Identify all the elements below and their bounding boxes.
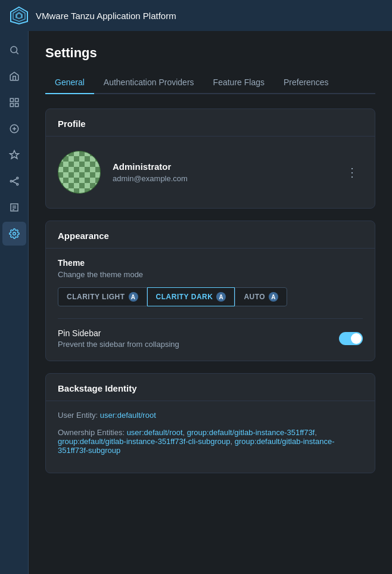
sidebar-item-search[interactable] xyxy=(2,38,26,62)
create-icon xyxy=(9,123,20,134)
theme-clarity-light-button[interactable]: CLARITY LIGHT A xyxy=(58,287,147,306)
svg-rect-9 xyxy=(15,104,18,107)
ownership-row: Ownership Entities: user:default/root, g… xyxy=(58,428,363,455)
main-content: Settings General Authentication Provider… xyxy=(29,31,392,574)
docs-icon xyxy=(9,202,20,213)
profile-info: Administrator admin@example.com xyxy=(113,162,329,183)
ownership-link-1[interactable]: group:default/gitlab-instance-351ff73f xyxy=(187,428,315,437)
pin-sidebar-text: Pin Sidebar Prevent the sidebar from col… xyxy=(58,328,179,349)
appearance-section-title: Appearance xyxy=(46,221,375,249)
topnav: VMware Tanzu Application Platform xyxy=(0,0,392,31)
theme-buttons: CLARITY LIGHT A CLARITY DARK A AUTO A xyxy=(58,287,363,306)
svg-line-17 xyxy=(12,181,17,184)
pin-sidebar-toggle[interactable] xyxy=(339,332,363,345)
svg-point-13 xyxy=(10,181,12,182)
tab-feature-flags[interactable]: Feature Flags xyxy=(204,73,274,94)
theme-clarity-dark-label: CLARITY DARK xyxy=(156,293,213,301)
home-icon xyxy=(9,71,20,82)
profile-name: Administrator xyxy=(113,162,329,172)
pin-sidebar-row: Pin Sidebar Prevent the sidebar from col… xyxy=(58,318,363,351)
main-layout: Settings General Authentication Provider… xyxy=(0,31,392,574)
svg-point-21 xyxy=(13,232,15,235)
profile-section-title: Profile xyxy=(46,109,375,136)
user-entity-row: User Entity: user:default/root xyxy=(58,411,363,420)
avatar xyxy=(58,151,101,194)
plugins-icon xyxy=(9,150,20,160)
sidebar-item-plugins[interactable] xyxy=(2,143,26,167)
sidebar-item-home[interactable] xyxy=(2,64,26,88)
page-title: Settings xyxy=(45,45,375,61)
backstage-identity-card-body: User Entity: user:default/root Ownership… xyxy=(46,401,375,473)
sidebar-item-docs[interactable] xyxy=(2,196,26,219)
profile-row: Administrator admin@example.com ⋮ xyxy=(58,146,363,198)
tab-auth-providers[interactable]: Authentication Providers xyxy=(94,73,204,94)
svg-line-16 xyxy=(12,179,17,181)
svg-rect-6 xyxy=(10,98,13,101)
theme-clarity-light-icon: A xyxy=(129,292,138,302)
app-title: VMware Tanzu Application Platform xyxy=(36,11,176,21)
profile-card-body: Administrator admin@example.com ⋮ xyxy=(46,136,375,208)
svg-rect-7 xyxy=(15,98,18,101)
pin-sidebar-label: Pin Sidebar xyxy=(58,328,179,338)
sidebar-item-settings[interactable] xyxy=(2,222,26,246)
ownership-link-2[interactable]: group:default/gitlab-instance-351ff73f-c… xyxy=(58,437,231,446)
ownership-label: Ownership Entities: xyxy=(58,428,125,437)
theme-auto-icon: A xyxy=(269,292,278,302)
toggle-knob xyxy=(351,333,362,344)
theme-auto-button[interactable]: AUTO A xyxy=(235,287,287,306)
pin-sidebar-sub: Prevent the sidebar from collapsing xyxy=(58,340,179,349)
appearance-card-body: Theme Change the theme mode CLARITY LIGH… xyxy=(46,249,375,361)
catalog-icon xyxy=(9,97,20,108)
profile-email: admin@example.com xyxy=(113,174,329,183)
tab-preferences[interactable]: Preferences xyxy=(274,73,338,94)
profile-menu-button[interactable]: ⋮ xyxy=(341,163,363,182)
tabs-nav: General Authentication Providers Feature… xyxy=(45,73,375,94)
sidebar-item-catalog[interactable] xyxy=(2,91,26,114)
search-icon xyxy=(9,45,20,55)
sidebar xyxy=(0,31,29,574)
sidebar-item-create[interactable] xyxy=(2,117,26,141)
theme-clarity-dark-button[interactable]: CLARITY DARK A xyxy=(147,287,235,306)
tab-general[interactable]: General xyxy=(45,73,94,94)
apis-icon xyxy=(9,176,20,187)
appearance-card: Appearance Theme Change the theme mode C… xyxy=(45,221,375,361)
user-entity-label: User Entity: xyxy=(58,411,98,420)
app-logo xyxy=(10,6,29,25)
ownership-link-0[interactable]: user:default/root xyxy=(127,428,183,437)
backstage-identity-card: Backstage Identity User Entity: user:def… xyxy=(45,373,375,473)
theme-label: Theme xyxy=(58,258,363,268)
svg-point-14 xyxy=(16,177,18,179)
theme-sublabel: Change the theme mode xyxy=(58,270,363,279)
svg-rect-8 xyxy=(10,104,13,107)
avatar-pattern xyxy=(58,151,101,194)
settings-icon xyxy=(9,228,20,239)
backstage-identity-section-title: Backstage Identity xyxy=(46,374,375,401)
svg-point-15 xyxy=(16,184,18,185)
theme-clarity-light-label: CLARITY LIGHT xyxy=(67,293,125,301)
user-entity-link[interactable]: user:default/root xyxy=(100,411,156,420)
sidebar-item-apis[interactable] xyxy=(2,169,26,193)
theme-auto-label: AUTO xyxy=(244,293,265,301)
theme-clarity-dark-icon: A xyxy=(216,292,226,302)
profile-card: Profile xyxy=(45,108,375,209)
svg-point-4 xyxy=(11,46,17,53)
svg-line-5 xyxy=(16,52,18,54)
